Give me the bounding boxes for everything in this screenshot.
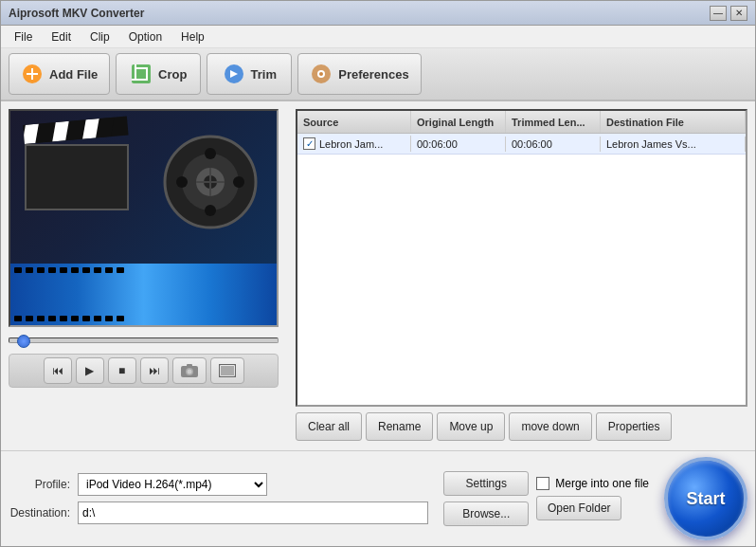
title-bar: Aiprosoft MKV Converter — ✕ [1, 1, 755, 26]
browse-button[interactable]: Browse... [443, 501, 529, 526]
move-down-button[interactable]: move down [509, 412, 591, 441]
merge-checkbox[interactable] [536, 477, 549, 490]
action-buttons: Clear all Rename Move up move down Prope… [296, 412, 747, 443]
col-header-trimmed: Trimmed Len... [506, 111, 601, 133]
menu-bar: File Edit Clip Option Help [1, 26, 755, 48]
trim-label: Trim [251, 67, 277, 82]
rename-button[interactable]: Rename [366, 412, 433, 441]
cell-trimmed-length: 00:06:00 [506, 137, 601, 152]
cell-source: ✓ Lebron Jam... [297, 136, 411, 152]
svg-point-18 [233, 176, 244, 188]
open-folder-button[interactable]: Open Folder [536, 496, 621, 520]
film-strip-graphic [10, 264, 277, 325]
preferences-button[interactable]: Preferences [297, 53, 421, 95]
settings-button[interactable]: Settings [443, 471, 529, 496]
trim-icon [223, 63, 245, 85]
properties-button[interactable]: Properties [596, 412, 673, 441]
cell-destination: Lebron James Vs... [601, 137, 746, 152]
svg-rect-26 [221, 366, 234, 375]
file-list-container: Source Original Length Trimmed Len... De… [296, 109, 747, 407]
svg-point-23 [187, 370, 191, 374]
snapshot-button[interactable] [172, 357, 207, 384]
profile-row: Profile: iPod Video H.264(*.mp4) [9, 473, 428, 496]
crop-label: Crop [158, 67, 187, 82]
col-header-source: Source [297, 111, 411, 133]
move-up-button[interactable]: Move up [437, 412, 505, 441]
playback-controls: ⏮ ▶ ■ ⏭ [9, 354, 279, 388]
fullscreen-button[interactable] [210, 357, 244, 384]
col-header-original: Original Length [411, 111, 506, 133]
close-button[interactable]: ✕ [730, 6, 747, 21]
window-controls: — ✕ [710, 6, 747, 21]
svg-rect-2 [27, 73, 38, 75]
svg-point-17 [176, 176, 188, 188]
main-content: ⏮ ▶ ■ ⏭ [1, 101, 755, 450]
add-file-icon [21, 63, 44, 85]
clapboard-graphic [25, 125, 129, 210]
fast-forward-button[interactable]: ⏭ [140, 357, 169, 384]
merge-row: Merge into one file [536, 477, 649, 490]
start-button[interactable]: Start [664, 457, 747, 540]
destination-row: Destination: [9, 501, 428, 524]
svg-point-10 [319, 72, 323, 76]
window-title: Aiprosoft MKV Converter [9, 7, 144, 20]
main-window: Aiprosoft MKV Converter — ✕ File Edit Cl… [0, 0, 756, 547]
middle-buttons: Settings Browse... [443, 471, 529, 526]
menu-option[interactable]: Option [119, 28, 171, 46]
left-panel: ⏮ ▶ ■ ⏭ [9, 109, 288, 443]
add-file-label: Add File [49, 67, 98, 82]
trim-button[interactable]: Trim [207, 53, 292, 95]
crop-icon [130, 63, 153, 85]
stop-button[interactable]: ■ [108, 357, 136, 384]
add-file-button[interactable]: Add File [9, 53, 110, 95]
svg-point-15 [205, 148, 216, 159]
merge-label: Merge into one file [555, 477, 649, 490]
clear-all-button[interactable]: Clear all [296, 412, 362, 441]
seekbar-thumb[interactable] [17, 335, 30, 348]
right-panel: Source Original Length Trimmed Len... De… [296, 109, 747, 443]
profile-label: Profile: [9, 478, 70, 491]
menu-file[interactable]: File [5, 28, 42, 46]
seekbar-container [9, 333, 279, 348]
col-header-destination: Destination File [601, 111, 746, 133]
svg-rect-24 [187, 364, 192, 367]
menu-clip[interactable]: Clip [81, 28, 119, 46]
crop-button[interactable]: Crop [116, 53, 201, 95]
file-list-header: Source Original Length Trimmed Len... De… [297, 111, 746, 134]
row-checkbox[interactable]: ✓ [303, 137, 315, 150]
menu-help[interactable]: Help [171, 28, 214, 46]
toolbar: Add File Crop Trim [1, 48, 755, 101]
destination-input[interactable] [78, 501, 428, 524]
svg-point-16 [205, 205, 216, 216]
rewind-button[interactable]: ⏮ [44, 357, 72, 384]
menu-edit[interactable]: Edit [42, 28, 81, 46]
preferences-icon [310, 63, 333, 85]
profile-select[interactable]: iPod Video H.264(*.mp4) [78, 473, 267, 496]
film-reel-graphic [163, 135, 258, 229]
preview-area [9, 109, 279, 327]
profile-section: Profile: iPod Video H.264(*.mp4) Destina… [9, 473, 428, 524]
bottom-panel: Profile: iPod Video H.264(*.mp4) Destina… [1, 450, 755, 546]
minimize-button[interactable]: — [710, 6, 727, 21]
table-row[interactable]: ✓ Lebron Jam... 00:06:00 00:06:00 Lebron… [297, 134, 746, 155]
cell-original-length: 00:06:00 [411, 137, 506, 152]
play-button[interactable]: ▶ [76, 357, 104, 384]
seekbar[interactable] [9, 337, 279, 343]
file-list-body: ✓ Lebron Jam... 00:06:00 00:06:00 Lebron… [297, 134, 746, 155]
merge-section: Merge into one file Open Folder [536, 477, 649, 520]
preferences-label: Preferences [338, 67, 408, 82]
start-label: Start [686, 489, 725, 509]
destination-label: Destination: [9, 506, 70, 520]
